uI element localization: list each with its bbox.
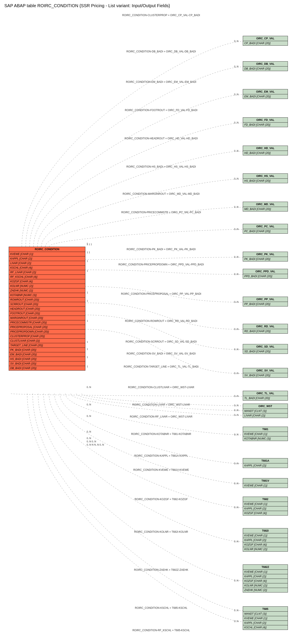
edge-label: ROIRC_CONDITION-DB_BADI = OIRC_DB_VAL-DB… [126,50,196,53]
cardinality-right: 0..N [234,579,238,582]
edge-label: ROIRC_CONDITION-KOZGF = T682-KOZGF [134,498,188,501]
cardinality-right: 0..N [234,482,238,485]
entity-field: KOLNR [NUMC (2)] [243,547,288,552]
cardinality-right: 0..N [234,273,238,276]
entity-T681: T681KVEWE [CHAR (1)]KOTABNR [NUMC (3)] [243,427,288,441]
cardinality-right: 0..N [234,462,238,465]
entity-T685: T685MANDT [CLNT (3)]KVEWE [CHAR (1)]KAPP… [243,606,288,630]
entity-OIRC_PK_VAL: OIRC_PK_VALPK_BADI [CHAR (20)] [243,252,288,262]
edge-label: ROIRC_CONDITION-KAPPL = T681A-KAPPL [134,454,188,457]
entity-header: OIRC_TL_VAL [243,391,288,396]
cardinality-right: 0..N [234,177,238,180]
entity-main-field: KOLNR [NUMC (2)] [9,284,85,288]
entity-field: KOLNR [NUMC (2)] [243,583,288,588]
entity-header: T682I [243,528,288,533]
entity-field: KVEWE [CHAR (1)] [243,484,288,488]
entity-field: KAPPL [CHAR (2)] [243,506,288,511]
entity-header: OIRC_SD_VAL [243,344,288,349]
cardinality-left: 0..N [87,415,91,417]
entity-header: T682 [243,497,288,502]
entity-field: DB_BADI [CHAR (20)] [243,66,288,71]
edge-path [30,95,243,247]
entity-main-field: PRICEPROPOSAL [CHAR (20)] [9,325,85,330]
cardinality-left: 0..N [87,403,91,406]
cardinality-right: 0..N [234,206,238,208]
edge-label: ROIRC_CONDITION-KOLNR = T682I-KOLNR [134,530,188,533]
entity-main-field: KSCHL [CHAR (4)] [9,266,85,270]
entity-OIRC_WST: OIRC_WSTMANDT [CLNT (3)]LIVAR [CHAR (2)] [243,404,288,418]
edge-label: ROIRC_CONDITION-RF_LIVAR = OIRC_WST-LIVA… [130,415,192,418]
entity-T681A: T681AKAPPL [CHAR (2)] [243,458,288,468]
entity-field: KVEWE [CHAR (1)] [243,570,288,574]
edge-path [85,270,243,274]
cardinality-right: 0..N [234,348,238,350]
entity-field: MD_BADI [CHAR (20)] [243,207,288,211]
entity-header: OIRC_CP_VAL [243,36,288,41]
entity-main-field: MARGINROUT [CHAR (20)] [9,316,85,320]
entity-header: T685 [243,606,288,612]
entity-field: PP_BADI [CHAR (20)] [243,302,288,306]
cardinality-left: 1 [87,291,88,294]
edge-label: ROIRC_CONDITION-MARGINROUT = OIRC_MD_VAL… [123,192,199,196]
cardinality-left: 1 [87,300,88,302]
entity-main-field: RF_LIVAR [CHAR (2)] [9,270,85,275]
entity-main-field: CLUSTERPROP [CHAR (20)] [9,334,85,339]
entity-main-field: HEADROUT [CHAR (20)] [9,307,85,311]
entity-OIRC_FD_VAL: OIRC_FD_VALFD_BADI [CHAR (20)] [243,117,288,127]
cardinality-right: 0..N [234,609,238,612]
cardinality-left: 1 [87,260,88,262]
cardinality-right: 0..N [234,40,238,42]
edge-path [27,394,243,622]
cardinality-right: 0..N [234,395,238,397]
entity-header: T681 [243,427,288,432]
cardinality-left: 0..N N N..N 0..N [87,444,104,446]
entity-header: OIRC_HS_VAL [243,174,288,179]
edge-label: ROIRC_CONDITION-KVEWE = T681V-KVEWE [133,468,189,472]
entity-header: OIRC_RD_VAL [243,324,288,329]
entity-main-field: KOTABNR [NUMC (3)] [9,293,85,298]
cardinality-right: 0..N [234,506,238,508]
entity-header: OIRC_DB_VAL [243,62,288,66]
entity-field: TL_BADI [CHAR (20)] [243,396,288,400]
entity-header: OIRC_HD_VAL [243,146,288,151]
entity-OIRC_PP_VAL: OIRC_PP_VALPP_BADI [CHAR (20)] [243,297,288,306]
edge-label: ROIRC_CONDITION-PRICEPROPOSAL = OIRC_PP_… [121,292,201,295]
entity-header: OIRC_PPD_VAL [243,269,288,274]
edge-label: ROIRC_CONDITION-CLUSTLIVAR = OIRC_WST-LI… [128,386,194,389]
cardinality-left: 1 [87,340,88,343]
entity-field: PPD_BADI [CHAR (20)] [243,274,288,278]
edge-label: ROIRC_CONDITION-CLUSTERPROP = OIRC_CP_VA… [122,14,200,17]
entity-field: KAPPL [CHAR (2)] [243,538,288,542]
entity-header: OIRC_PP_VAL [243,297,288,302]
entity-main-field: SCRROUT [CHAR (20)] [9,302,85,307]
edge-label: ROIRC_CONDITION-RF_KSCHL = T685-KSCHL [132,629,190,632]
cardinality-right: 0..N [234,414,238,416]
cardinality-right: 0..N [234,540,238,543]
entity-main-field: PK_BADI [CHAR (20)] [9,348,85,352]
entity-OIRC_PPD_VAL: OIRC_PPD_VALPPD_BADI [CHAR (20)] [243,269,288,279]
entity-header: OIRC_SV_VAL [243,368,288,373]
entity-OIRC_DB_VAL: OIRC_DB_VALDB_BADI [CHAR (20)] [243,61,288,71]
cardinality-left: 1 [87,348,88,350]
edge-label: ROIRC_CONDITION-ROWROUT = OIRC_RD_VAL-RD… [125,320,197,322]
entity-field: KVEWE [CHAR (1)] [243,616,288,621]
entity-main-field: PRICEPROPDOWN [CHAR (20)] [9,330,85,334]
cardinality-left: 0..N [87,437,91,440]
edge-path [85,257,243,260]
entity-main-field: TARGET_LINE [CHAR (20)] [9,343,85,348]
edge-path [65,394,243,435]
edge-label: ROIRC_CONDITION-SV_BADI = OIRC_SV_VAL-SV… [127,352,196,355]
edge-label: ROIRC_CONDITION-KOTABNR = T681-KOTABNR [131,432,191,436]
edge-path [49,394,243,508]
entity-main-field: ROWROUT [CHAR (20)] [9,298,85,302]
edge-path [38,394,243,581]
entity-T682I: T682IKVEWE [CHAR (1)]KAPPL [CHAR (2)]KOZ… [243,528,288,552]
edge-label: ROIRC_CONDITION-PRICECOMMSTR = OIRC_PC_V… [121,211,201,214]
entity-main-field: EM_BADI [CHAR (20)] [9,352,85,357]
cardinality-right: 0..N [234,409,238,412]
edge-label: ROIRC_CONDITION-HEADROUT = OIRC_HD_VAL-H… [124,137,198,140]
entity-main-field: PRICECOMMSTR [CHAR (20)] [9,320,85,325]
edge-path [22,42,243,247]
cardinality-left: 1 1 1 [87,243,92,246]
cardinality-left: 0..N [87,430,91,433]
